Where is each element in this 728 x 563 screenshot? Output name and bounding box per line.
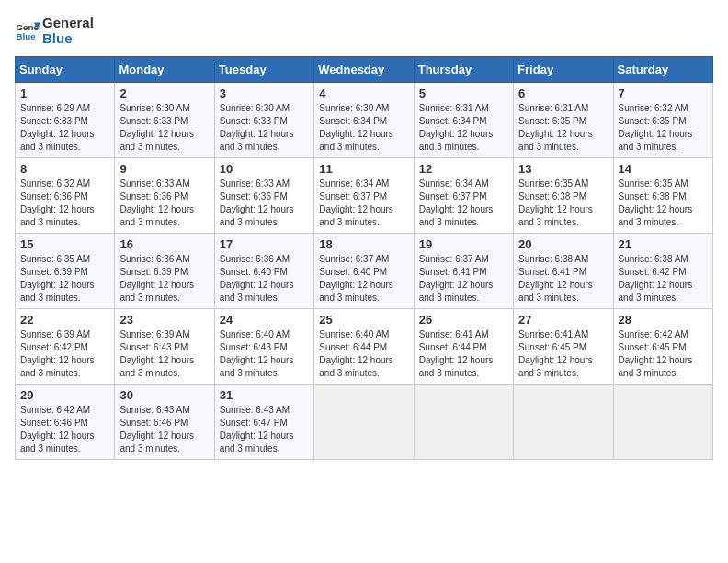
calendar-cell: 26 Sunrise: 6:41 AM Sunset: 6:44 PM Dayl… bbox=[414, 308, 513, 384]
calendar-cell bbox=[314, 384, 414, 459]
calendar-cell: 23 Sunrise: 6:39 AM Sunset: 6:43 PM Dayl… bbox=[115, 308, 214, 384]
day-number: 20 bbox=[518, 237, 608, 251]
calendar-cell: 18 Sunrise: 6:37 AM Sunset: 6:40 PM Dayl… bbox=[314, 233, 414, 308]
day-info: Sunrise: 6:33 AM Sunset: 6:36 PM Dayligh… bbox=[119, 178, 209, 229]
day-info: Sunrise: 6:36 AM Sunset: 6:40 PM Dayligh… bbox=[220, 253, 309, 304]
day-number: 12 bbox=[419, 162, 508, 176]
day-number: 10 bbox=[220, 162, 309, 176]
calendar-cell bbox=[514, 384, 613, 459]
day-number: 26 bbox=[419, 313, 508, 327]
day-info: Sunrise: 6:38 AM Sunset: 6:41 PM Dayligh… bbox=[518, 253, 608, 304]
day-number: 6 bbox=[518, 86, 608, 100]
logo-icon: General Blue bbox=[15, 17, 40, 43]
calendar-cell: 28 Sunrise: 6:42 AM Sunset: 6:45 PM Dayl… bbox=[613, 308, 712, 384]
day-number: 29 bbox=[20, 388, 109, 402]
calendar-cell: 31 Sunrise: 6:43 AM Sunset: 6:47 PM Dayl… bbox=[214, 384, 313, 459]
calendar-cell: 1 Sunrise: 6:29 AM Sunset: 6:33 PM Dayli… bbox=[16, 82, 115, 157]
day-info: Sunrise: 6:39 AM Sunset: 6:43 PM Dayligh… bbox=[119, 328, 209, 380]
calendar-cell: 30 Sunrise: 6:43 AM Sunset: 6:46 PM Dayl… bbox=[115, 384, 214, 459]
day-number: 31 bbox=[220, 388, 309, 402]
calendar-cell: 17 Sunrise: 6:36 AM Sunset: 6:40 PM Dayl… bbox=[214, 233, 313, 308]
calendar-cell: 16 Sunrise: 6:36 AM Sunset: 6:39 PM Dayl… bbox=[115, 233, 214, 308]
day-info: Sunrise: 6:35 AM Sunset: 6:39 PM Dayligh… bbox=[20, 253, 109, 304]
day-number: 13 bbox=[518, 162, 608, 176]
week-row-4: 22 Sunrise: 6:39 AM Sunset: 6:42 PM Dayl… bbox=[16, 308, 713, 384]
calendar-cell: 11 Sunrise: 6:34 AM Sunset: 6:37 PM Dayl… bbox=[314, 157, 414, 233]
calendar-cell: 3 Sunrise: 6:30 AM Sunset: 6:33 PM Dayli… bbox=[214, 82, 313, 157]
day-info: Sunrise: 6:31 AM Sunset: 6:35 PM Dayligh… bbox=[518, 102, 608, 154]
week-row-2: 8 Sunrise: 6:32 AM Sunset: 6:36 PM Dayli… bbox=[16, 157, 713, 233]
day-number: 17 bbox=[220, 237, 309, 251]
svg-text:Blue: Blue bbox=[16, 31, 36, 41]
calendar-cell: 10 Sunrise: 6:33 AM Sunset: 6:36 PM Dayl… bbox=[214, 157, 313, 233]
day-number: 4 bbox=[319, 86, 408, 100]
day-info: Sunrise: 6:36 AM Sunset: 6:39 PM Dayligh… bbox=[119, 253, 209, 304]
col-header-monday: Monday bbox=[115, 56, 214, 82]
day-number: 19 bbox=[419, 237, 508, 251]
calendar-cell: 7 Sunrise: 6:32 AM Sunset: 6:35 PM Dayli… bbox=[613, 82, 712, 157]
day-info: Sunrise: 6:35 AM Sunset: 6:38 PM Dayligh… bbox=[518, 178, 608, 229]
day-number: 16 bbox=[119, 237, 209, 251]
day-info: Sunrise: 6:41 AM Sunset: 6:45 PM Dayligh… bbox=[518, 328, 608, 380]
calendar-cell: 8 Sunrise: 6:32 AM Sunset: 6:36 PM Dayli… bbox=[16, 157, 115, 233]
day-number: 25 bbox=[319, 313, 408, 327]
logo: General Blue General Blue bbox=[15, 15, 94, 47]
day-info: Sunrise: 6:33 AM Sunset: 6:36 PM Dayligh… bbox=[220, 178, 309, 229]
calendar-cell bbox=[613, 384, 712, 459]
day-info: Sunrise: 6:40 AM Sunset: 6:44 PM Dayligh… bbox=[319, 328, 408, 380]
day-number: 21 bbox=[619, 237, 708, 251]
col-header-friday: Friday bbox=[514, 56, 613, 82]
calendar-table: SundayMondayTuesdayWednesdayThursdayFrid… bbox=[15, 56, 713, 460]
calendar-cell: 29 Sunrise: 6:42 AM Sunset: 6:46 PM Dayl… bbox=[16, 384, 115, 459]
day-number: 30 bbox=[119, 388, 209, 402]
calendar-cell: 6 Sunrise: 6:31 AM Sunset: 6:35 PM Dayli… bbox=[514, 82, 613, 157]
day-info: Sunrise: 6:38 AM Sunset: 6:42 PM Dayligh… bbox=[619, 253, 708, 304]
day-info: Sunrise: 6:34 AM Sunset: 6:37 PM Dayligh… bbox=[419, 178, 508, 229]
day-info: Sunrise: 6:32 AM Sunset: 6:35 PM Dayligh… bbox=[619, 102, 708, 154]
calendar-cell bbox=[414, 384, 513, 459]
col-header-tuesday: Tuesday bbox=[214, 56, 313, 82]
day-info: Sunrise: 6:29 AM Sunset: 6:33 PM Dayligh… bbox=[20, 102, 109, 154]
col-header-saturday: Saturday bbox=[613, 56, 712, 82]
calendar-cell: 22 Sunrise: 6:39 AM Sunset: 6:42 PM Dayl… bbox=[16, 308, 115, 384]
calendar-cell: 25 Sunrise: 6:40 AM Sunset: 6:44 PM Dayl… bbox=[314, 308, 414, 384]
day-number: 5 bbox=[419, 86, 508, 100]
calendar-cell: 24 Sunrise: 6:40 AM Sunset: 6:43 PM Dayl… bbox=[214, 308, 313, 384]
day-info: Sunrise: 6:42 AM Sunset: 6:46 PM Dayligh… bbox=[20, 404, 109, 455]
day-number: 3 bbox=[220, 86, 309, 100]
day-number: 28 bbox=[619, 313, 708, 327]
day-info: Sunrise: 6:41 AM Sunset: 6:44 PM Dayligh… bbox=[419, 328, 508, 380]
day-info: Sunrise: 6:43 AM Sunset: 6:46 PM Dayligh… bbox=[119, 404, 209, 455]
day-info: Sunrise: 6:37 AM Sunset: 6:41 PM Dayligh… bbox=[419, 253, 508, 304]
day-info: Sunrise: 6:30 AM Sunset: 6:34 PM Dayligh… bbox=[319, 102, 408, 154]
week-row-3: 15 Sunrise: 6:35 AM Sunset: 6:39 PM Dayl… bbox=[16, 233, 713, 308]
week-row-1: 1 Sunrise: 6:29 AM Sunset: 6:33 PM Dayli… bbox=[16, 82, 713, 157]
day-info: Sunrise: 6:37 AM Sunset: 6:40 PM Dayligh… bbox=[319, 253, 408, 304]
day-number: 18 bbox=[319, 237, 408, 251]
calendar-cell: 27 Sunrise: 6:41 AM Sunset: 6:45 PM Dayl… bbox=[514, 308, 613, 384]
day-info: Sunrise: 6:35 AM Sunset: 6:38 PM Dayligh… bbox=[619, 178, 708, 229]
day-number: 8 bbox=[20, 162, 109, 176]
calendar-cell: 19 Sunrise: 6:37 AM Sunset: 6:41 PM Dayl… bbox=[414, 233, 513, 308]
day-number: 2 bbox=[119, 86, 209, 100]
day-number: 15 bbox=[20, 237, 109, 251]
logo-text-general: General bbox=[42, 15, 94, 30]
col-header-sunday: Sunday bbox=[16, 56, 115, 82]
day-number: 27 bbox=[518, 313, 608, 327]
calendar-cell: 12 Sunrise: 6:34 AM Sunset: 6:37 PM Dayl… bbox=[414, 157, 513, 233]
day-number: 22 bbox=[20, 313, 109, 327]
day-info: Sunrise: 6:30 AM Sunset: 6:33 PM Dayligh… bbox=[119, 102, 209, 154]
day-number: 9 bbox=[119, 162, 209, 176]
day-info: Sunrise: 6:31 AM Sunset: 6:34 PM Dayligh… bbox=[419, 102, 508, 154]
day-info: Sunrise: 6:34 AM Sunset: 6:37 PM Dayligh… bbox=[319, 178, 408, 229]
calendar-cell: 9 Sunrise: 6:33 AM Sunset: 6:36 PM Dayli… bbox=[115, 157, 214, 233]
calendar-cell: 14 Sunrise: 6:35 AM Sunset: 6:38 PM Dayl… bbox=[613, 157, 712, 233]
calendar-cell: 4 Sunrise: 6:30 AM Sunset: 6:34 PM Dayli… bbox=[314, 82, 414, 157]
day-number: 11 bbox=[319, 162, 408, 176]
day-number: 7 bbox=[619, 86, 708, 100]
calendar-cell: 5 Sunrise: 6:31 AM Sunset: 6:34 PM Dayli… bbox=[414, 82, 513, 157]
day-number: 24 bbox=[220, 313, 309, 327]
week-row-5: 29 Sunrise: 6:42 AM Sunset: 6:46 PM Dayl… bbox=[16, 384, 713, 459]
day-info: Sunrise: 6:42 AM Sunset: 6:45 PM Dayligh… bbox=[619, 328, 708, 380]
logo-text-blue: Blue bbox=[42, 30, 94, 46]
